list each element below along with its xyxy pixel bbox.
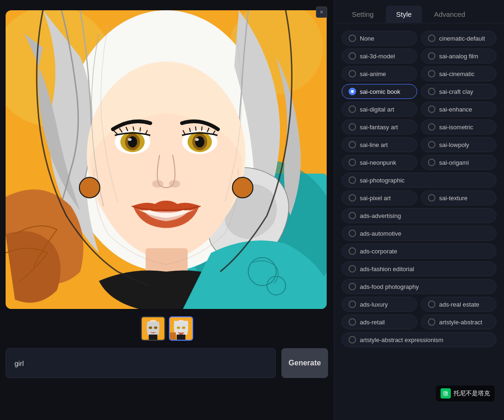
radio-sai-enhance	[428, 105, 435, 113]
style-row: ads-fashion editorial	[342, 261, 497, 276]
style-option-sai-origami[interactable]: sai-origami	[421, 155, 497, 170]
style-label-sai-photographic: sai-photographic	[360, 177, 405, 184]
style-option-ads-food-photography[interactable]: ads-food photography	[342, 279, 497, 294]
svg-point-13	[128, 136, 137, 147]
style-option-sai-photographic[interactable]: sai-photographic	[342, 173, 497, 188]
style-label-sai-3d-model: sai-3d-model	[360, 53, 395, 60]
style-label-sai-anime: sai-anime	[360, 70, 386, 77]
style-option-sai-analog-film[interactable]: sai-analog film	[421, 49, 497, 63]
style-label-sai-pixel-art: sai-pixel art	[360, 195, 391, 202]
style-label-sai-origami: sai-origami	[439, 159, 469, 166]
style-option-none[interactable]: None	[342, 31, 417, 46]
style-option-cinematic-default[interactable]: cinematic-default	[421, 31, 497, 46]
style-option-ads-real-estate[interactable]: ads-real estate	[421, 297, 497, 312]
style-option-ads-retail[interactable]: ads-retail	[342, 315, 417, 329]
radio-ads-food-photography	[349, 283, 356, 290]
style-option-sai-isometric[interactable]: sai-isometric	[421, 119, 497, 134]
style-row: ads-advertising	[342, 208, 497, 223]
style-label-sai-digital-art: sai-digital art	[360, 106, 394, 113]
right-panel: Setting Style Advanced Nonecinematic-def…	[334, 0, 504, 420]
radio-sai-texture	[428, 194, 435, 202]
thumbnails-row	[6, 316, 328, 341]
radio-artstyle-abstract-expressionism	[349, 336, 356, 343]
style-label-sai-neonpunk: sai-neonpunk	[360, 159, 396, 166]
style-label-sai-comic-book: sai-comic book	[360, 88, 400, 95]
style-label-sai-texture: sai-texture	[439, 195, 468, 202]
style-option-ads-luxury[interactable]: ads-luxury	[342, 297, 417, 312]
style-row: ads-automotive	[342, 226, 497, 241]
svg-point-44	[182, 326, 185, 329]
style-option-sai-fantasy-art[interactable]: sai-fantasy art	[342, 119, 417, 134]
style-label-sai-analog-film: sai-analog film	[439, 53, 478, 60]
style-row: ads-corporate	[342, 244, 497, 259]
style-label-sai-lowpoly: sai-lowpoly	[439, 141, 469, 148]
style-row: sai-3d-modelsai-analog film	[342, 49, 497, 63]
style-row: sai-pixel artsai-texture	[342, 190, 497, 205]
style-option-sai-texture[interactable]: sai-texture	[421, 190, 497, 205]
radio-sai-craft-clay	[428, 88, 435, 95]
svg-point-25	[195, 138, 199, 141]
style-option-sai-enhance[interactable]: sai-enhance	[421, 102, 497, 117]
style-option-sai-cinematic[interactable]: sai-cinematic	[421, 66, 497, 81]
radio-sai-pixel-art	[349, 194, 356, 202]
radio-ads-automotive	[349, 230, 356, 237]
radio-sai-isometric	[428, 123, 435, 131]
radio-ads-retail	[349, 318, 356, 326]
radio-sai-cinematic	[428, 70, 435, 77]
style-row: ads-retailartstyle-abstract	[342, 315, 497, 329]
style-option-ads-corporate[interactable]: ads-corporate	[342, 244, 497, 259]
tab-advanced[interactable]: Advanced	[424, 6, 476, 23]
style-row: sai-animesai-cinematic	[342, 66, 497, 81]
svg-rect-45	[176, 335, 185, 340]
styles-list: Nonecinematic-defaultsai-3d-modelsai-ana…	[334, 23, 504, 420]
close-button[interactable]: ×	[316, 7, 327, 18]
tab-setting[interactable]: Setting	[342, 6, 384, 23]
style-option-sai-comic-book[interactable]: sai-comic book	[342, 84, 417, 99]
style-label-sai-craft-clay: sai-craft clay	[439, 88, 473, 95]
thumbnail-1[interactable]	[141, 316, 165, 341]
style-option-sai-neonpunk[interactable]: sai-neonpunk	[342, 155, 417, 170]
radio-sai-lowpoly	[428, 141, 435, 148]
style-option-sai-lowpoly[interactable]: sai-lowpoly	[421, 137, 497, 152]
radio-sai-3d-model	[349, 52, 356, 60]
style-row: ads-luxuryads-real estate	[342, 297, 497, 312]
generate-button[interactable]: Generate	[281, 348, 328, 378]
left-panel: ×	[0, 0, 334, 420]
svg-point-24	[195, 136, 204, 147]
style-option-sai-pixel-art[interactable]: sai-pixel art	[342, 190, 417, 205]
svg-point-33	[169, 180, 180, 188]
svg-line-19	[140, 127, 140, 132]
tab-style[interactable]: Style	[386, 6, 422, 23]
style-label-ads-luxury: ads-luxury	[360, 301, 388, 308]
style-label-ads-automotive: ads-automotive	[360, 230, 401, 237]
radio-none	[349, 35, 356, 42]
style-row: artstyle-abstract expressionism	[342, 332, 497, 347]
radio-sai-photographic	[349, 176, 356, 184]
radio-ads-luxury	[349, 301, 356, 308]
style-row: Nonecinematic-default	[342, 31, 497, 46]
svg-point-38	[148, 326, 152, 329]
style-label-ads-corporate: ads-corporate	[360, 248, 397, 255]
radio-sai-fantasy-art	[349, 123, 356, 131]
radio-sai-line-art	[349, 141, 356, 148]
style-option-ads-advertising[interactable]: ads-advertising	[342, 208, 497, 223]
style-option-artstyle-abstract[interactable]: artstyle-abstract	[421, 315, 497, 329]
thumbnail-2[interactable]	[169, 316, 193, 341]
style-option-sai-3d-model[interactable]: sai-3d-model	[342, 49, 417, 63]
style-option-artstyle-abstract-expressionism[interactable]: artstyle-abstract expressionism	[342, 332, 497, 347]
prompt-input[interactable]	[6, 348, 276, 378]
style-option-ads-automotive[interactable]: ads-automotive	[342, 226, 497, 241]
style-option-sai-craft-clay[interactable]: sai-craft clay	[421, 84, 497, 99]
svg-point-14	[128, 138, 132, 141]
style-option-ads-fashion-editorial[interactable]: ads-fashion editorial	[342, 261, 497, 276]
radio-sai-comic-book	[349, 88, 356, 95]
style-option-sai-line-art[interactable]: sai-line art	[342, 137, 417, 152]
style-option-sai-anime[interactable]: sai-anime	[342, 66, 417, 81]
style-label-sai-isometric: sai-isometric	[439, 124, 473, 131]
style-label-sai-cinematic: sai-cinematic	[439, 70, 475, 77]
style-option-sai-digital-art[interactable]: sai-digital art	[342, 102, 417, 117]
radio-sai-anime	[349, 70, 356, 77]
style-label-cinematic-default: cinematic-default	[439, 35, 485, 42]
style-row: sai-fantasy artsai-isometric	[342, 119, 497, 134]
svg-point-32	[152, 180, 163, 188]
